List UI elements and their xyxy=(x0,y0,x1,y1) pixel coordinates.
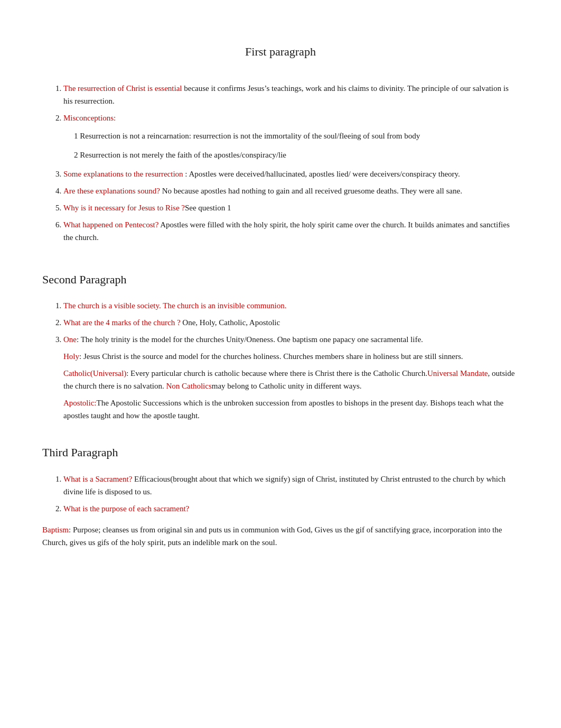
second-list-item-3: One: The holy trinity is the model for t… xyxy=(63,333,519,422)
holy-mark: Holy: Jesus Christ is the source and mod… xyxy=(63,350,519,363)
universal-mandate-red: Universal Mandate xyxy=(427,369,488,377)
third-list-item-1: What is a Sacrament? Efficacious(brought… xyxy=(63,473,519,498)
misconception-1: 1 Resurrection is not a reincarnation: r… xyxy=(74,130,519,142)
misconception-2: 2 Resurrection is not merely the faith o… xyxy=(74,149,519,161)
item-4-black: No because apostles had nothing to gain … xyxy=(160,187,462,195)
second-paragraph-title: Second Paragraph xyxy=(42,270,519,289)
third-paragraph-list: What is a Sacrament? Efficacious(brought… xyxy=(63,473,519,515)
third-list-item-2: What is the purpose of each sacrament? xyxy=(63,502,519,515)
list-item-4: Are these explanations sound? No because… xyxy=(63,185,519,197)
apostolic-red: Apostolic: xyxy=(63,399,97,407)
third-item-1-red: What is a Sacrament? xyxy=(63,475,132,483)
second-paragraph-list: The church is a visible society. The chu… xyxy=(63,299,519,422)
item-3-black: : Apostles were deceived/hallucinated, a… xyxy=(183,170,460,178)
first-paragraph-list: The resurrection of Christ is essential … xyxy=(63,82,519,244)
catholic-mark: Catholic(Universal): Every particular ch… xyxy=(63,367,519,392)
second-item-2-black: One, Holy, Catholic, Apostolic xyxy=(181,318,280,327)
list-item-3: Some explanations to the resurrection : … xyxy=(63,168,519,180)
third-paragraph-section: Third Paragraph What is a Sacrament? Eff… xyxy=(42,443,519,548)
holy-red: Holy xyxy=(63,352,79,361)
catholic-black: : Every particular church is catholic be… xyxy=(126,369,427,377)
second-paragraph-section: Second Paragraph The church is a visible… xyxy=(42,270,519,422)
list-item-2: Misconceptions: 1 Resurrection is not a … xyxy=(63,112,519,161)
baptism-black: : Purpose; cleanses us from original sin… xyxy=(42,526,502,547)
item-3-red: Some explanations to the resurrection xyxy=(63,170,183,178)
apostolic-mark: Apostolic:The Apostolic Successions whic… xyxy=(63,397,519,422)
marks-content: Holy: Jesus Christ is the source and mod… xyxy=(63,350,519,422)
list-item-6: What happened on Pentecost? Apostles wer… xyxy=(63,218,519,244)
misconceptions-subcontent: 1 Resurrection is not a reincarnation: r… xyxy=(74,130,519,161)
baptism-red: Baptism xyxy=(42,526,69,534)
first-paragraph-section: First paragraph The resurrection of Chri… xyxy=(42,42,519,244)
second-item-1-red: The church is a visible society. The chu… xyxy=(63,301,286,310)
apostolic-black: The Apostolic Successions which is the u… xyxy=(63,399,503,420)
item-5-red: Why is it necessary for Jesus to Rise ? xyxy=(63,204,185,212)
catholic-red: Catholic(Universal) xyxy=(63,369,126,377)
second-item-2-red: What are the 4 marks of the church ? xyxy=(63,318,181,327)
item-6-red: What happened on Pentecost? xyxy=(63,220,158,229)
non-catholics-red: Non Catholics xyxy=(166,382,212,390)
third-paragraph-title: Third Paragraph xyxy=(42,443,519,462)
list-item-1: The resurrection of Christ is essential … xyxy=(63,82,519,107)
item-2-red: Misconceptions: xyxy=(63,114,116,122)
item-4-red: Are these explanations sound? xyxy=(63,187,160,195)
second-item-3-red: One xyxy=(63,335,77,344)
baptism-content: Baptism: Purpose; cleanses us from origi… xyxy=(42,523,519,549)
first-paragraph-title: First paragraph xyxy=(42,42,519,61)
list-item-5: Why is it necessary for Jesus to Rise ?S… xyxy=(63,201,519,214)
second-list-item-2: What are the 4 marks of the church ? One… xyxy=(63,316,519,329)
non-catholics-black: may belong to Catholic unity in differen… xyxy=(212,382,362,390)
item-5-black: See question 1 xyxy=(185,204,231,212)
second-list-item-1: The church is a visible society. The chu… xyxy=(63,299,519,312)
second-item-3-black: : The holy trinity is the model for the … xyxy=(77,335,423,344)
third-item-2-red: What is the purpose of each sacrament? xyxy=(63,504,189,513)
item-1-red: The resurrection of Christ is essential xyxy=(63,84,182,93)
holy-black: : Jesus Christ is the source and model f… xyxy=(79,352,463,361)
